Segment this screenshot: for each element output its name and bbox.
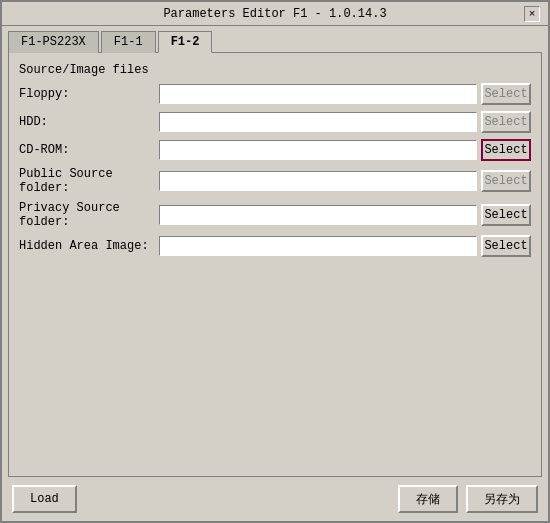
- tab-f1-ps223x[interactable]: F1-PS223X: [8, 31, 99, 53]
- hdd-input[interactable]: [159, 112, 477, 132]
- hdd-row: HDD: Select: [19, 111, 531, 133]
- floppy-label: Floppy:: [19, 87, 159, 101]
- hidden-area-row: Hidden Area Image: Select: [19, 235, 531, 257]
- privacy-source-row: Privacy Source folder: Select: [19, 201, 531, 229]
- save-button[interactable]: 存储: [398, 485, 458, 513]
- footer: Load 存储 另存为: [2, 477, 548, 521]
- hidden-area-input[interactable]: [159, 236, 477, 256]
- public-source-select-button[interactable]: Select: [481, 170, 531, 192]
- public-source-input[interactable]: [159, 171, 477, 191]
- content-area: Source/Image files Floppy: Select HDD: S…: [8, 52, 542, 477]
- close-button[interactable]: ×: [524, 6, 540, 22]
- hdd-select-button[interactable]: Select: [481, 111, 531, 133]
- floppy-select-button[interactable]: Select: [481, 83, 531, 105]
- cdrom-select-button[interactable]: Select: [481, 139, 531, 161]
- main-window: Parameters Editor F1 - 1.0.14.3 × F1-PS2…: [0, 0, 550, 523]
- cdrom-input[interactable]: [159, 140, 477, 160]
- cdrom-label: CD-ROM:: [19, 143, 159, 157]
- floppy-row: Floppy: Select: [19, 83, 531, 105]
- hdd-label: HDD:: [19, 115, 159, 129]
- cdrom-row: CD-ROM: Select: [19, 139, 531, 161]
- hidden-area-select-button[interactable]: Select: [481, 235, 531, 257]
- public-source-row: Public Source folder: Select: [19, 167, 531, 195]
- floppy-input[interactable]: [159, 84, 477, 104]
- load-button[interactable]: Load: [12, 485, 77, 513]
- close-icon: ×: [529, 8, 536, 20]
- tab-f1-2[interactable]: F1-2: [158, 31, 213, 53]
- save-as-button[interactable]: 另存为: [466, 485, 538, 513]
- privacy-source-input[interactable]: [159, 205, 477, 225]
- tabs-bar: F1-PS223X F1-1 F1-2: [2, 26, 548, 52]
- tab-f1-1[interactable]: F1-1: [101, 31, 156, 53]
- hidden-area-label: Hidden Area Image:: [19, 239, 159, 253]
- privacy-source-select-button[interactable]: Select: [481, 204, 531, 226]
- privacy-source-label: Privacy Source folder:: [19, 201, 159, 229]
- window-title: Parameters Editor F1 - 1.0.14.3: [26, 7, 524, 21]
- section-title: Source/Image files: [19, 63, 531, 77]
- title-bar: Parameters Editor F1 - 1.0.14.3 ×: [2, 2, 548, 26]
- public-source-label: Public Source folder:: [19, 167, 159, 195]
